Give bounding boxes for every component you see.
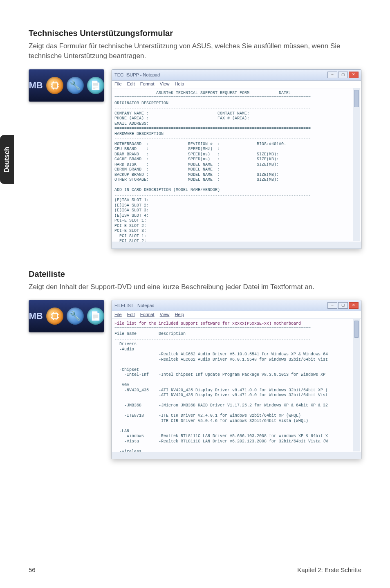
section1-heading: Technisches Unterstützungsformular xyxy=(29,29,361,38)
menu-help-2[interactable]: Help xyxy=(175,312,184,317)
window1-title: TECHSUPP - Notepad xyxy=(114,72,160,77)
menu-edit-2[interactable]: Edit xyxy=(127,312,135,317)
menu-view-2[interactable]: View xyxy=(160,312,170,317)
menu-format-2[interactable]: Format xyxy=(140,312,155,317)
section2-lead: Zeigt den Inhalt der Support-DVD und ein… xyxy=(29,282,361,292)
window2-header-line: File list for the included support softw… xyxy=(114,321,301,326)
window2-body[interactable]: File list for the included support softw… xyxy=(112,319,361,459)
chip-icon xyxy=(46,77,63,94)
section2-heading: Dateiliste xyxy=(29,269,361,279)
close-button-2[interactable]: ✕ xyxy=(349,302,359,309)
close-button[interactable]: ✕ xyxy=(349,72,359,78)
window2-title: FILELIST - Notepad xyxy=(114,303,155,308)
logo-label-2: MB xyxy=(29,311,43,321)
page-number: 56 xyxy=(29,566,36,573)
menu-view[interactable]: View xyxy=(160,81,170,86)
menu-file-2[interactable]: File xyxy=(114,312,122,317)
wrench-icon-2: 🔧 xyxy=(67,307,84,325)
svg-rect-0 xyxy=(52,83,57,88)
filelist-notepad-window: FILELIST - Notepad – ▢ ✕ File Edit Forma… xyxy=(112,300,361,459)
menu-format[interactable]: Format xyxy=(140,81,155,86)
window-controls-2[interactable]: – ▢ ✕ xyxy=(327,302,359,309)
minimize-button[interactable]: – xyxy=(327,72,337,78)
vertical-scrollbar-2[interactable] xyxy=(353,319,360,451)
chapter-label: Kapitel 2: Erste Schritte xyxy=(297,566,361,573)
window-controls[interactable]: – ▢ ✕ xyxy=(327,72,359,78)
driver-menu-logo: MB 🔧 📄 xyxy=(29,69,104,102)
document-icon: 📄 xyxy=(87,77,104,94)
techsupp-notepad-window: TECHSUPP - Notepad – ▢ ✕ File Edit Forma… xyxy=(112,69,361,249)
notepad-menu-2[interactable]: File Edit Format View Help xyxy=(112,311,361,319)
window1-body[interactable]: ASUSTeK TECHNICAL SUPPORT REQUEST FORM D… xyxy=(112,88,361,249)
maximize-button[interactable]: ▢ xyxy=(338,72,348,78)
menu-edit[interactable]: Edit xyxy=(127,81,135,86)
horizontal-scrollbar-2[interactable] xyxy=(112,452,361,459)
maximize-button-2[interactable]: ▢ xyxy=(338,302,348,309)
notepad-menu[interactable]: File Edit Format View Help xyxy=(112,81,361,88)
menu-file[interactable]: File xyxy=(114,81,122,86)
driver-menu-logo-2: MB 🔧 📄 xyxy=(29,300,104,332)
wrench-icon: 🔧 xyxy=(67,77,84,94)
chip-icon-2 xyxy=(46,307,63,325)
logo-label: MB xyxy=(29,80,43,91)
window2-text: ========================================… xyxy=(114,327,328,459)
document-icon-2: 📄 xyxy=(87,307,104,325)
menu-help[interactable]: Help xyxy=(175,81,184,86)
section1-lead: Zeigt das Formular für technische Unters… xyxy=(29,41,361,61)
language-tab: Deutsch xyxy=(0,135,14,184)
minimize-button-2[interactable]: – xyxy=(327,302,337,309)
svg-rect-9 xyxy=(52,314,57,319)
